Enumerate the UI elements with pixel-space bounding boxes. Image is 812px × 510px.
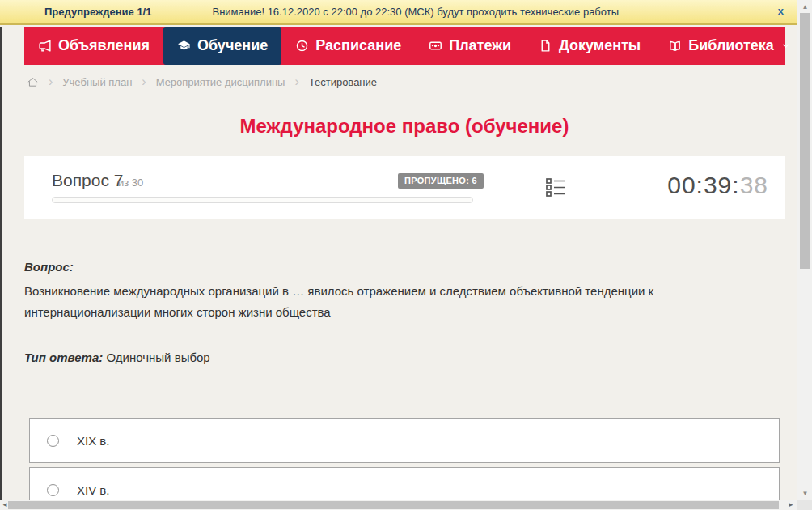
nav-item-announcements[interactable]: Объявления	[24, 27, 163, 65]
answer-option-label: XIX в.	[77, 434, 109, 448]
banknote-icon	[429, 39, 442, 53]
breadcrumb-separator: ›	[49, 76, 53, 87]
left-edge-strip	[0, 27, 2, 500]
nav-item-documents[interactable]: Документы	[525, 27, 654, 65]
breadcrumb: › Учебный план › Мероприятие дисциплины …	[24, 74, 785, 89]
radio-button-icon[interactable]	[47, 435, 59, 447]
home-icon[interactable]	[27, 76, 39, 88]
document-icon	[539, 39, 552, 53]
answer-option-1[interactable]: XIX в.	[29, 418, 780, 463]
breadcrumb-separator: ›	[142, 76, 146, 87]
question-block: Вопрос: Возникновение международных орга…	[24, 260, 785, 510]
scroll-right-arrow-icon[interactable]: ►	[788, 500, 794, 510]
question-text: Возникновение международных организаций …	[24, 281, 762, 323]
nav-item-payments[interactable]: Платежи	[415, 27, 525, 65]
question-number: Вопрос 7	[52, 171, 123, 190]
nav-item-label: Объявления	[58, 37, 150, 54]
breadcrumb-item-testing: Тестирование	[309, 76, 377, 88]
breadcrumb-item-curriculum[interactable]: Учебный план	[62, 76, 132, 88]
warning-message: Внимание! 16.12.2020 с 22:00 до 22:30 (М…	[212, 6, 619, 18]
nav-item-label: Документы	[559, 37, 641, 54]
page-title: Международное право (обучение)	[24, 115, 785, 139]
chevron-down-icon	[781, 41, 790, 50]
nav-item-label: Обучение	[197, 37, 268, 54]
progress-bar	[52, 197, 473, 203]
browser-viewport: Предупреждение 1/1 Внимание! 16.12.2020 …	[0, 0, 812, 510]
scrollbar-corner	[797, 500, 812, 510]
warning-bar: Предупреждение 1/1 Внимание! 16.12.2020 …	[0, 0, 797, 25]
horizontal-scrollbar-thumb[interactable]	[8, 501, 779, 509]
open-book-icon	[668, 39, 682, 53]
graduation-cap-icon	[177, 39, 191, 53]
skipped-badge: ПРОПУЩЕНО: 6	[398, 173, 484, 189]
question-total: из 30	[118, 176, 143, 189]
main-nav: Объявления Обучение Расписание Платежи	[24, 27, 785, 65]
quiz-panel: Вопрос 7 из 30 ПРОПУЩЕНО: 6 00:39:38	[24, 156, 785, 219]
nav-item-label: Библиотека	[688, 37, 774, 54]
nav-item-schedule[interactable]: Расписание	[281, 27, 415, 65]
nav-item-label: Расписание	[315, 37, 401, 54]
vertical-scrollbar[interactable]: ▲ ▼	[797, 0, 812, 500]
vertical-scrollbar-thumb[interactable]	[800, 13, 810, 269]
answer-option-label: XIV в.	[77, 483, 109, 497]
breadcrumb-separator: ›	[294, 76, 298, 87]
answer-type-value: Одиночный выбор	[106, 351, 209, 364]
warning-label: Предупреждение 1/1	[44, 6, 151, 18]
scroll-down-arrow-icon[interactable]: ▼	[797, 490, 812, 497]
megaphone-icon	[38, 39, 52, 53]
timer: 00:39:38	[667, 172, 768, 199]
nav-item-learning[interactable]: Обучение	[163, 27, 281, 65]
nav-item-library[interactable]: Библиотека	[654, 27, 804, 65]
answer-type-label: Тип ответа:	[24, 351, 103, 364]
question-list-icon[interactable]	[544, 176, 568, 202]
nav-item-label: Платежи	[449, 37, 511, 54]
timer-seconds: 38	[740, 172, 768, 198]
page-content: Объявления Обучение Расписание Платежи	[24, 27, 785, 510]
answer-type-line: Тип ответа: Одиночный выбор	[24, 351, 785, 364]
radio-button-icon[interactable]	[47, 484, 59, 496]
clock-icon	[295, 39, 309, 53]
warning-close-button[interactable]: x	[778, 5, 784, 17]
horizontal-scrollbar[interactable]: ◄ ►	[0, 500, 797, 510]
scroll-left-arrow-icon[interactable]: ◄	[2, 500, 8, 510]
scroll-up-arrow-icon[interactable]: ▲	[797, 3, 812, 11]
breadcrumb-item-discipline-event[interactable]: Мероприятие дисциплины	[156, 76, 285, 88]
question-label: Вопрос:	[24, 260, 785, 274]
timer-main: 00:39:	[667, 172, 739, 198]
